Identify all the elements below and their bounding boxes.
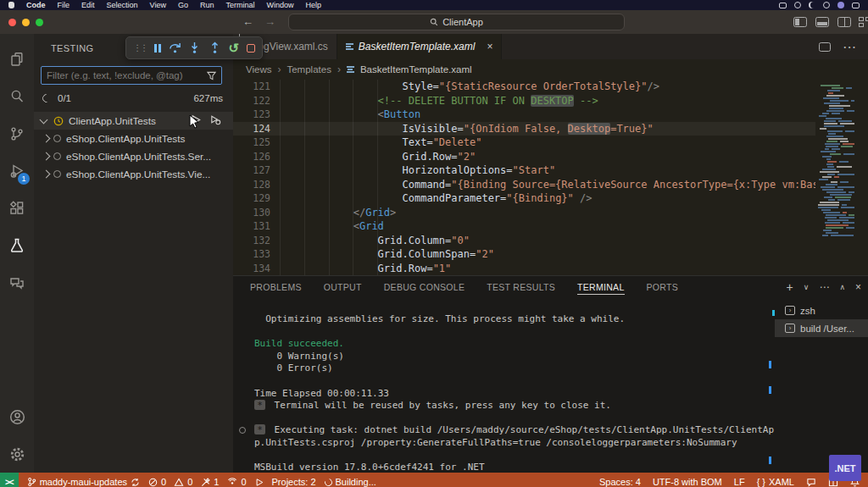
new-terminal-icon[interactable]: + — [787, 280, 793, 294]
code-editor[interactable]: 121 Style="{StaticResource OrderTotalSty… — [233, 80, 868, 275]
toolbar-grip-icon[interactable]: ⋮⋮ — [133, 43, 147, 53]
tab-label: BasketItemTemplate.xaml — [359, 41, 476, 53]
terminal-list-item[interactable]: ›build /User... — [775, 319, 868, 337]
menu-item-file[interactable]: File — [58, 1, 70, 9]
terminal-dropdown-icon[interactable]: ∨ — [804, 283, 810, 291]
panel-tab-ports[interactable]: PORTS — [647, 282, 678, 292]
code-line: 124 IsVisible="{OnIdiom False, Desktop=T… — [233, 122, 868, 136]
siri-icon[interactable] — [837, 2, 844, 8]
menu-item-edit[interactable]: Edit — [81, 1, 95, 9]
editor-tab-active[interactable]: BasketItemTemplate.xaml× — [337, 34, 503, 59]
breadcrumb-item[interactable]: Templates — [287, 64, 331, 75]
panel-tab-problems[interactable]: PROBLEMS — [250, 282, 302, 292]
close-panel-icon[interactable]: × — [855, 281, 861, 293]
terminal-output[interactable]: Optimizing assemblies for size. This pro… — [233, 313, 769, 474]
minimap-row — [815, 138, 856, 140]
close-traffic-light[interactable] — [8, 19, 16, 26]
branch-indicator[interactable]: maddy-maui-updates — [27, 477, 140, 487]
settings-gear-icon[interactable] — [0, 435, 34, 473]
toggle-sidebar-icon[interactable] — [793, 17, 807, 27]
panel-tab-output[interactable]: OUTPUT — [324, 282, 362, 292]
problems-indicator[interactable]: 0 0 — [148, 477, 192, 487]
tools-indicator[interactable]: 1 — [201, 477, 219, 487]
forward-arrow-icon[interactable]: → — [264, 15, 275, 28]
explorer-icon[interactable] — [0, 41, 34, 78]
command-decoration-icon[interactable] — [239, 427, 246, 434]
filter-funnel-icon[interactable] — [207, 71, 216, 80]
toggle-panel-icon[interactable] — [815, 17, 829, 27]
breadcrumb[interactable]: Views›Templates›BasketItemTemplate.xaml — [233, 59, 868, 80]
step-into-icon[interactable] — [188, 42, 201, 54]
menu-item-view[interactable]: View — [150, 1, 166, 9]
panel-tab-debug-console[interactable]: DEBUG CONSOLE — [384, 282, 465, 292]
progress-spinner-icon — [41, 92, 53, 104]
code-line: 122 <!-- DELETE BUTTON IF ON DESKTOP --> — [233, 94, 868, 108]
building-indicator[interactable]: Building... — [325, 477, 376, 487]
chevron-down-icon[interactable] — [40, 115, 48, 124]
restart-icon[interactable]: ↺ — [229, 44, 240, 53]
projects-indicator[interactable]: Projects: 2 — [272, 477, 316, 487]
test-progress-row: 0/1 627ms — [42, 91, 223, 106]
test-tree-item[interactable]: eShop.ClientApp.UnitTests.Ser... — [34, 147, 233, 165]
back-arrow-icon[interactable]: ← — [242, 15, 253, 28]
encoding-indicator[interactable]: UTF-8 with BOM — [653, 477, 722, 487]
search-icon[interactable] — [0, 78, 34, 115]
language-indicator[interactable]: { } XAML — [757, 477, 794, 487]
test-tree-item[interactable]: eShop.ClientApp.UnitTests — [34, 130, 233, 147]
run-debug-icon[interactable]: 1 — [0, 152, 34, 190]
test-tree-item[interactable]: ClientApp.UnitTests — [34, 112, 233, 130]
toggle-secondary-sidebar-icon[interactable] — [837, 17, 851, 27]
extensions-icon[interactable] — [0, 190, 34, 227]
pause-icon[interactable] — [154, 44, 162, 53]
chevron-right-icon[interactable] — [42, 135, 51, 143]
spaces-indicator[interactable]: Spaces: 4 — [599, 477, 641, 487]
customize-layout-icon[interactable] — [859, 17, 868, 27]
remote-indicator[interactable]: >< — [0, 473, 19, 487]
spotlight-icon[interactable] — [823, 2, 830, 8]
code-line: 133 Grid.ColumnSpan="2" — [233, 247, 868, 262]
menu-item-run[interactable]: Run — [200, 1, 214, 9]
menu-item-help[interactable]: Help — [305, 1, 321, 9]
menu-item-selection[interactable]: Selection — [107, 1, 138, 9]
line-number: 122 — [233, 95, 270, 107]
panel-tab-terminal[interactable]: TERMINAL — [577, 282, 625, 295]
ports-indicator[interactable]: 0 — [227, 477, 246, 487]
control-center-icon[interactable] — [852, 3, 860, 8]
chevron-right-icon[interactable] — [42, 152, 51, 161]
chevron-right-icon[interactable] — [42, 170, 51, 179]
editor-scrollbar[interactable] — [856, 80, 868, 275]
eol-indicator[interactable]: LF — [734, 477, 745, 487]
breadcrumb-item[interactable]: BasketItemTemplate.xaml — [360, 64, 472, 75]
account-icon[interactable] — [0, 398, 34, 435]
run-task-indicator[interactable] — [255, 478, 264, 487]
split-editor-icon[interactable] — [819, 42, 831, 52]
more-actions-icon[interactable]: ⋯ — [843, 39, 856, 55]
maximize-panel-icon[interactable]: ∧ — [839, 283, 845, 291]
source-control-icon[interactable] — [0, 115, 34, 152]
close-tab-icon[interactable]: × — [487, 41, 492, 53]
stop-icon[interactable] — [247, 44, 255, 53]
menu-item-window[interactable]: Window — [266, 1, 293, 9]
menu-item-go[interactable]: Go — [178, 1, 188, 9]
panel-tab-test-results[interactable]: TEST RESULTS — [487, 282, 555, 292]
breadcrumb-item[interactable]: Views — [246, 64, 271, 75]
minimize-traffic-light[interactable] — [22, 19, 30, 26]
apple-logo[interactable] — [8, 2, 14, 8]
sync-icon[interactable] — [131, 478, 140, 487]
command-center-search[interactable]: ClientApp — [288, 14, 625, 30]
zoom-traffic-light[interactable] — [36, 19, 43, 26]
comments-icon[interactable] — [0, 264, 34, 302]
test-tree-item[interactable]: eShop.ClientApp.UnitTests.Vie... — [34, 165, 233, 183]
menu-item-code[interactable]: Code — [26, 1, 46, 9]
minimap[interactable] — [815, 80, 856, 275]
testing-icon[interactable] — [0, 227, 34, 264]
step-over-icon[interactable] — [169, 42, 181, 54]
feedback-icon[interactable] — [806, 478, 816, 487]
menu-item-terminal[interactable]: Terminal — [225, 1, 254, 9]
step-out-icon[interactable] — [209, 42, 221, 54]
terminal-list-item[interactable]: ›zsh — [775, 302, 868, 319]
minimap-row — [815, 85, 856, 86]
test-filter-input[interactable]: Filter (e.g. text, !exclude, @tag) — [41, 66, 222, 85]
panel-more-icon[interactable]: ⋯ — [819, 281, 829, 293]
debug-test-icon[interactable] — [209, 114, 221, 125]
